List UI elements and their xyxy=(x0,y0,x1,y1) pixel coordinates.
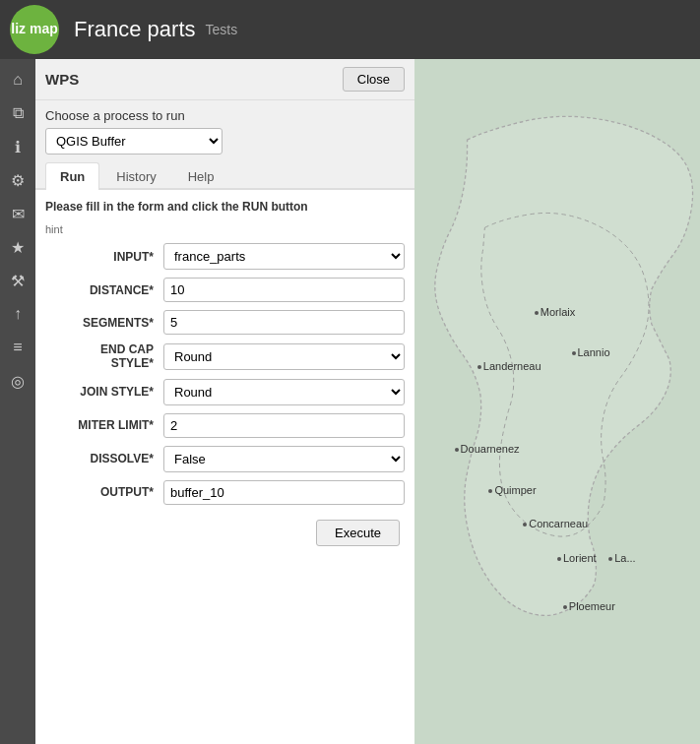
dissolve-select[interactable]: False True xyxy=(163,446,405,472)
field-output: OUTPUT* xyxy=(45,480,405,505)
field-joinstyle: JOIN STYLE* Round Miter Bevel xyxy=(45,379,405,405)
map-svg xyxy=(414,59,700,744)
label-input: INPUT* xyxy=(45,250,163,264)
output-input[interactable] xyxy=(163,480,405,505)
input-select[interactable]: france_parts xyxy=(163,243,405,270)
chat-icon[interactable]: ✉ xyxy=(2,198,33,229)
miterlimit-input[interactable] xyxy=(163,413,405,438)
city-lorient: Lorient xyxy=(557,552,597,564)
close-button[interactable]: Close xyxy=(343,67,405,92)
logo[interactable]: liz map xyxy=(10,5,59,54)
form-instruction: Please fill in the form and click the RU… xyxy=(45,200,405,214)
process-section: Choose a process to run QGIS Buffer xyxy=(35,100,414,162)
city-morlaix: Morlaix xyxy=(535,306,575,318)
star-icon[interactable]: ★ xyxy=(2,231,33,263)
form-area: Please fill in the form and click the RU… xyxy=(35,190,414,744)
field-dissolve: DISSOLVE* False True xyxy=(45,446,405,472)
execute-row: Execute xyxy=(45,520,405,546)
home-icon[interactable]: ⌂ xyxy=(2,64,33,95)
wps-header: WPS Close xyxy=(35,59,414,100)
settings-icon[interactable]: ⚙ xyxy=(2,164,33,196)
field-input: INPUT* france_parts xyxy=(45,243,405,270)
process-select[interactable]: QGIS Buffer xyxy=(45,128,223,155)
city-quimper: Quimper xyxy=(488,484,536,496)
label-endcap: END CAPSTYLE* xyxy=(45,342,163,371)
form-hint: hint xyxy=(45,223,405,235)
list-icon[interactable]: ≡ xyxy=(2,332,33,363)
city-ploemeur: Ploemeur xyxy=(563,600,615,612)
wps-title: WPS xyxy=(45,71,79,88)
label-output: OUTPUT* xyxy=(45,485,163,499)
field-endcap: END CAPSTYLE* Round Flat Square xyxy=(45,342,405,371)
field-distance: DISTANCE* xyxy=(45,278,405,302)
map-area: Lannio Morlaix Landerneau Douarnenez Qui… xyxy=(414,59,700,744)
export-icon[interactable]: ↑ xyxy=(2,298,33,330)
header: liz map France parts Tests xyxy=(0,0,700,59)
tab-help[interactable]: Help xyxy=(173,162,229,190)
label-distance: DISTANCE* xyxy=(45,283,163,297)
left-nav: ⌂ ⧉ ℹ ⚙ ✉ ★ ⚒ ↑ ≡ ◎ xyxy=(0,59,35,744)
city-lannion: Lannio xyxy=(572,346,610,358)
tabs: Run History Help xyxy=(35,162,414,190)
city-landerneau: Landerneau xyxy=(477,360,541,372)
segments-input[interactable] xyxy=(163,310,405,335)
label-joinstyle: JOIN STYLE* xyxy=(45,385,163,399)
page-title: France parts xyxy=(74,17,196,42)
distance-input[interactable] xyxy=(163,278,405,302)
field-segments: SEGMENTS* xyxy=(45,310,405,335)
city-concarneau: Concarneau xyxy=(523,518,588,529)
header-badge: Tests xyxy=(206,22,238,37)
execute-button[interactable]: Execute xyxy=(316,520,400,546)
label-segments: SEGMENTS* xyxy=(45,316,163,330)
logo-text: liz map xyxy=(11,22,57,36)
endcap-select[interactable]: Round Flat Square xyxy=(163,343,405,370)
map-background: Lannio Morlaix Landerneau Douarnenez Qui… xyxy=(414,59,700,744)
city-la: La... xyxy=(608,552,635,564)
info-icon[interactable]: ℹ xyxy=(2,131,33,162)
joinstyle-select[interactable]: Round Miter Bevel xyxy=(163,379,405,405)
city-douarnenez: Douarnenez xyxy=(455,443,520,455)
tools-icon[interactable]: ⚒ xyxy=(2,265,33,296)
tab-run[interactable]: Run xyxy=(45,162,99,190)
wps-panel: WPS Close Choose a process to run QGIS B… xyxy=(35,59,414,744)
label-dissolve: DISSOLVE* xyxy=(45,452,163,465)
eye-icon[interactable]: ◎ xyxy=(2,365,33,397)
field-miterlimit: MITER LIMIT* xyxy=(45,413,405,438)
tab-history[interactable]: History xyxy=(101,162,170,190)
layers-icon[interactable]: ⧉ xyxy=(2,97,33,129)
process-label: Choose a process to run xyxy=(45,108,405,123)
main-area: ⌂ ⧉ ℹ ⚙ ✉ ★ ⚒ ↑ ≡ ◎ WPS Close Choose a p… xyxy=(0,59,700,744)
label-miterlimit: MITER LIMIT* xyxy=(45,418,163,432)
